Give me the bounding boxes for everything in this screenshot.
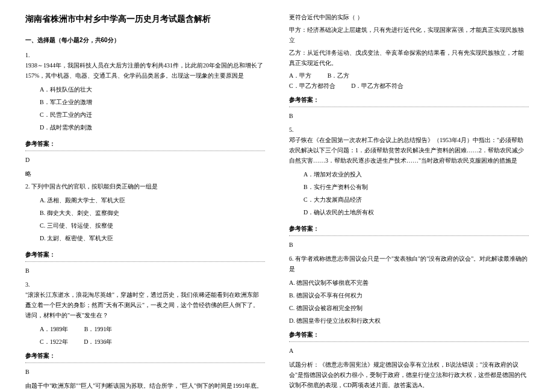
q6-opt-a: A. 德国代议制不够彻底不完善 [289,278,529,288]
q3-text: "滚滚长江东逝水，浪花淘尽英雄"，穿越时空，透过历史，我们依稀还能看到在欧洲东部… [25,290,265,320]
q3-expl: 由题干中"欧洲东部""巨人"可判断该国为苏联。结合所学，"巨人"倒下的时间是19… [25,381,265,392]
q3-options-row1: A．1989年 B．1991年 [25,324,265,334]
q2-opt-c: C. 三司使、转运使、按察使 [40,220,148,231]
q5-text: 邓子恢在《在全国第一次农村工作会议上的总结报告》（1953年4月）中指出："必须… [289,135,529,166]
q6-answer: A [289,346,529,356]
q6-ref-head: 参考答案： [289,329,529,342]
q5-opt-b: B．实行生产资料公有制 [303,182,412,192]
q1-answer: D [25,155,265,165]
q4-opt-a: A．甲方 [289,72,311,79]
q4-opt-c: C．甲乙方都符合 [289,82,335,89]
q2-opt-d: D. 太尉、枢密使、军机大臣 [40,233,148,243]
q3-opt-d: D．1936年 [84,337,112,347]
q6-text: 6. 有学者戏称德意志帝国议会只是一个"发表独白"的"没有政府的议会"。对此解读… [289,254,529,274]
q5-options: A．增加对农业的投入 B．实行生产资料公有制 C．大力发展商品经济 D．确认农民… [289,169,529,220]
q1-ref-head: 参考答案： [25,138,265,151]
q5-opt-a: A．增加对农业的投入 [303,169,412,179]
q1-options: A．科技队伍的壮大 B．军工企业的激增 C．民营工业的内迁 D．战时需求的刺激 [25,84,265,135]
q5-opt-c: C．大力发展商品经济 [303,194,412,205]
q1-opt-a: A．科技队伍的壮大 [40,84,148,95]
q4-jia: 甲方：经济基础决定上层建筑，只有先进行近代化，实现国家富强，才能真正实现民族独立 [289,25,529,45]
q4-opt-d: D．甲乙方都不符合 [351,82,403,89]
q1-num: 1. [25,50,265,60]
q5-answer: B [289,240,529,250]
q2-options: A. 丞相、殿阁大学士、军机大臣 B. 御史大夫、刺史、监察御史 C. 三司使、… [25,195,265,246]
q2-opt-a: A. 丞相、殿阁大学士、军机大臣 [40,195,148,205]
q3-opt-c: C．1922年 [40,337,68,347]
q2-answer: B [25,266,265,276]
q4-ref-head: 参考答案： [289,95,529,107]
q1-opt-d: D．战时需求的刺激 [40,122,148,132]
q3-ref-head: 参考答案： [25,350,265,363]
q2-opt-b: B. 御史大夫、刺史、监察御史 [40,208,148,218]
q5-num: 5. [289,125,529,135]
q1-text: 1938～1944年，我国科技人员在大后方注册的专利共431件，比此前20年全国… [25,60,265,81]
q6-opt-d: D. 德国皇帝行使立法权和行政大权 [289,316,529,326]
q3-options-row2: C．1922年 D．1936年 [25,337,265,347]
section-heading: 一、选择题（每小题2分，共60分） [25,35,265,45]
q5-opt-d: D．确认农民的土地所有权 [303,207,412,217]
q6-opt-b: B. 德国议会不享有任何权力 [289,290,529,300]
q4-options-row2: C．甲乙方都符合 D．甲乙方都不符合 [289,81,529,91]
q5-ref-head: 参考答案： [289,223,529,236]
q3-num: 3. [25,279,265,290]
q1-note: 略 [25,169,265,179]
q3-opt-b: B．1991年 [84,324,113,334]
q6-expl1: 试题分析：《德意志帝国宪法》规定德国议会享有立法权，B说法错误；"没有政府的议会… [289,359,529,390]
q2-ref-head: 参考答案： [25,249,265,262]
q6-opt-c: C. 德国议会被容相完全控制 [289,303,529,313]
page-title: 湖南省株洲市中村乡中学高一历史月考试题含解析 [25,12,265,26]
q3-answer: B [25,367,265,377]
q4-options-row1: A．甲方 B．乙方 [289,70,529,81]
q3-opt-a: A．1989年 [40,324,68,334]
q4-answer: B [289,111,529,121]
q4-opt-b: B．乙方 [328,72,350,79]
q1-opt-b: B．军工企业的激增 [40,97,148,107]
q4-cont: 更符合近代中国的实际（ ） [289,12,529,22]
q2-text: 2. 下列中国古代的官职，按职能归类正确的一组是 [25,181,265,191]
q1-opt-c: C．民营工业的内迁 [40,110,148,120]
q4-yi: 乙方：从近代洋务运动、戊戌变法、辛亥革命探索的结果看，只有先实现民族独立，才能真… [289,48,529,68]
